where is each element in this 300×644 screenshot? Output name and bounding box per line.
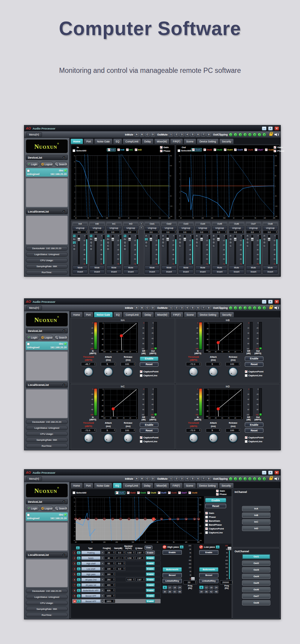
capture-point-checkbox[interactable] [140,370,142,373]
letter-button-d[interactable]: D [178,241,182,244]
invert-button-out6[interactable]: Invert [229,270,244,274]
tab-mixer-m-[interactable]: Mixer(M) [154,483,170,488]
login-button[interactable]: ✓Login [26,162,39,167]
outmute-key-3[interactable]: 3 [180,133,184,136]
inmute-key-C[interactable]: C [146,306,149,310]
band-c-button-7[interactable]: C [77,583,81,587]
hp-slider-track[interactable] [192,545,194,580]
eq-band-row-6[interactable]: 6CAll pass 2nd▼250▲▼▲▼0.50▲▼2.87▲▼Enable [72,577,161,582]
lp-filter-bessel[interactable]: Bessel [199,573,218,577]
maximize-button[interactable]: + [268,471,273,475]
fader-inc[interactable] [110,234,116,265]
letter-button-l[interactable]: L [263,244,266,247]
spinner-arrows-icon[interactable]: ▲▼ [113,573,115,576]
eq-channel-toggle-out6[interactable]: Out6 [168,491,177,494]
channel-toggle-out7[interactable]: Out7 [255,148,263,151]
fader-handle[interactable] [128,237,131,241]
eq-enable-button[interactable]: Enable [205,498,226,502]
inchannel-button-ind[interactable]: InD [242,526,270,531]
invert-button-out4[interactable]: Invert [195,270,210,274]
invert-button-inb[interactable]: Invert [89,270,104,274]
tab-eq[interactable]: EQ [113,139,122,144]
eq-channel-checkbox-out4[interactable] [147,491,150,494]
tab-eq[interactable]: EQ [113,483,122,488]
lp-filter-linkwitzriley[interactable]: LinkwitzRiley [199,579,218,583]
dropdown-icon[interactable]: ▼ [101,572,104,576]
spinner-arrows-icon[interactable]: ▲▼ [218,363,220,365]
channel-checkbox-out5[interactable] [234,148,237,151]
spinner-arrows-icon[interactable]: ▲▼ [85,231,87,234]
maximize-button[interactable]: + [268,300,273,304]
device-list-area[interactable] [26,178,68,207]
eq-band-row-5[interactable]: 5CHigh pass▼160▲▼▲▼▲▼▲▼Enable [72,572,161,577]
threshold-spinner[interactable]: -72.0▲▼ [186,362,201,366]
maximize-button[interactable]: + [268,127,273,130]
fader-handle[interactable] [183,237,186,241]
hp-slope-12[interactable]: 12 [168,586,172,589]
letter-button-f[interactable]: F [229,234,232,237]
outchannel-button-out8[interactable]: Out8 [242,600,270,605]
band-enable-button-1[interactable]: Enable [146,551,155,554]
band-c-button-9[interactable]: C [77,594,81,598]
gate-transfer-graph[interactable]: 0-100-20-80-40-60-60-40-80-20-1000 [204,388,243,419]
band-enable-button-2[interactable]: Enable [146,556,155,560]
band-freq-spinner-8[interactable]: 630▲▼ [104,589,115,592]
letter-button-q[interactable]: Q [178,238,182,241]
band-freq-spinner-10[interactable]: 1600▲▼ [104,599,115,603]
channel-toggle-out8[interactable]: Out8 [265,148,274,151]
tab-comp-limit[interactable]: Comp/Limit [122,483,141,488]
band-gain-spinner-1[interactable]: 0.0▲▼ [116,551,125,554]
spinner-arrows-icon[interactable]: ▲▼ [113,363,116,365]
spinner-arrows-icon[interactable]: ▲▼ [123,568,125,570]
gate-threshold-point[interactable] [217,341,220,344]
spinner-arrows-icon[interactable]: ▲▼ [143,578,145,581]
in-selectall-checkbox[interactable] [73,149,75,152]
spinner-arrows-icon[interactable]: ▲▼ [143,551,145,554]
minimize-button[interactable]: - [262,300,266,304]
band-c-button-6[interactable]: C [77,578,81,581]
eq-phase-checkbox[interactable] [216,493,219,496]
channel-checkbox-out6[interactable] [244,148,247,151]
outchannel-button-out3[interactable]: Out3 [242,567,270,572]
eq-band-row-10[interactable]: 10CBessel HPF▼1600▲▼▲▼▲▼▲▼Enable [72,599,161,604]
letter-button-d[interactable]: D [89,248,93,251]
attack-knob[interactable] [104,367,113,376]
invert-button-out1[interactable]: Invert [145,270,160,274]
enable-button[interactable]: Enable [245,422,263,427]
release-spinner[interactable]: 100▲▼ [121,428,136,432]
fader-out2[interactable] [165,234,170,265]
band-type-select-8[interactable]: ButterWorth HPF [81,589,100,592]
ungroup-button-out8[interactable]: Ungroup [263,226,278,230]
tab-comp-limit[interactable]: Comp/Limit [123,139,141,144]
lock-icon[interactable] [269,307,272,309]
eq-checkbox-capturepoint[interactable] [205,527,208,530]
device-info-button-1[interactable]: LoginStatus: Unlogined [26,252,68,257]
channel-checkbox-out4[interactable] [224,148,226,151]
login-button[interactable]: ✓Login [26,335,39,340]
strip-label-out8[interactable]: Out8 [263,222,278,226]
channel-toggle-out2[interactable]: Out2 [203,148,212,151]
band-gain-spinner-4[interactable]: 0.0▲▼ [116,567,125,571]
ungroup-button-out1[interactable]: Ungroup [145,226,160,230]
letter-button-l[interactable]: L [145,244,148,247]
letter-button-d[interactable]: D [246,241,249,244]
gain-spinner-out7[interactable]: 0.0▲▼ [246,230,261,234]
tab-comp-limit[interactable]: Comp/Limit [123,312,141,317]
tab-noise-gate[interactable]: Noise Gate [94,139,112,144]
letter-button-q[interactable]: Q [212,238,215,241]
fader-ina[interactable] [76,234,82,265]
outmute-key-8[interactable]: 8 [207,477,211,481]
letter-button-d[interactable]: D [229,241,232,244]
ungroup-button-out2[interactable]: Ungroup [161,226,176,230]
fader-out3[interactable] [182,234,188,265]
channel-toggle-ind[interactable]: InD [135,148,142,151]
fader-out6[interactable] [232,234,238,265]
device-info-button-0[interactable]: DeviceAddr: 192.168.20.20 [26,246,68,251]
inmute-key-A[interactable]: A [135,306,139,310]
search-button[interactable]: Search [54,506,68,511]
ungroup-button-out7[interactable]: Ungroup [246,226,261,230]
fader-handle[interactable] [77,237,81,241]
fader-handle[interactable] [111,237,114,241]
letter-button-l[interactable]: L [212,244,215,247]
eq-gain-checkbox[interactable] [216,490,219,492]
